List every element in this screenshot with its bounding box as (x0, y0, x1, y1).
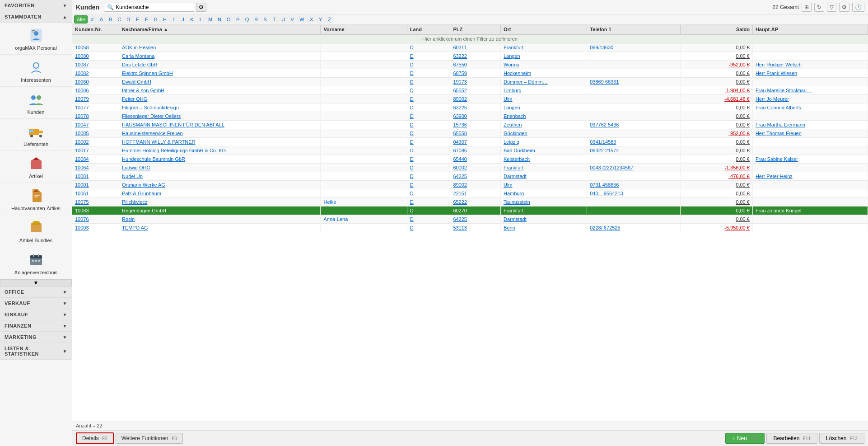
sidebar-section-finanzen[interactable]: FINANZEN ▼ (0, 320, 72, 332)
table-row[interactable]: 10002 HOFFMANN WILLY & PARTNER D 04307 L… (72, 138, 868, 146)
col-header-tel[interactable]: Telefon 1 (587, 25, 681, 34)
customer-name-link[interactable]: Nudel Up (122, 174, 143, 179)
customer-nr-link[interactable]: 10075 (75, 199, 89, 205)
table-row[interactable]: 10076 Rosin Anna-Lena D 64225 Darmstadt … (72, 215, 868, 224)
sidebar-item-lieferanten[interactable]: Lieferanten (0, 119, 72, 151)
alpha-btn-x[interactable]: X (307, 15, 316, 23)
alpha-btn-m[interactable]: M (205, 15, 215, 23)
customer-nr-link[interactable]: 10061 (75, 191, 89, 196)
alpha-btn-e[interactable]: E (133, 15, 142, 23)
col-header-land[interactable]: Land (407, 25, 450, 34)
customer-nr-link[interactable]: 10084 (75, 156, 89, 162)
alpha-btn-v[interactable]: V (288, 15, 297, 23)
customer-nr-link[interactable]: 10060 (75, 79, 89, 85)
alpha-btn-z[interactable]: Z (325, 15, 334, 23)
alpha-btn-n[interactable]: N (215, 15, 224, 23)
alpha-btn-w[interactable]: W (297, 15, 307, 23)
alpha-btn-d[interactable]: D (124, 15, 133, 23)
col-header-saldo[interactable]: Saldo (681, 25, 752, 34)
sidebar-section-listen[interactable]: LISTEN & STATISTIKEN ▼ (0, 343, 72, 360)
customer-name-link[interactable]: Fliesenleger Dieter Oellers (122, 113, 181, 119)
table-row[interactable]: 10084 Hundeschule Baumrain GbR D 65440 K… (72, 155, 868, 164)
table-row[interactable]: 10058 AOK in Hessen D 60311 Frankfurt 06… (72, 43, 868, 52)
alpha-btn-o[interactable]: O (224, 15, 233, 23)
table-row[interactable]: 10003 TEMPO AG D 53113 Bonn 0228/ 672525… (72, 224, 868, 232)
alpha-btn-y[interactable]: Y (316, 15, 325, 23)
table-row[interactable]: 10060 Ewald GmbH D 19073 Dümmer – Dümm… … (72, 78, 868, 86)
customer-name-link[interactable]: Hummer Holding Beteiligungs GmbH & Co. K… (122, 148, 226, 153)
alpha-btn-r[interactable]: R (252, 15, 261, 23)
customer-name-link[interactable]: AOK in Hessen (122, 45, 156, 50)
customer-name-link[interactable]: father & son GmbH (122, 88, 164, 93)
table-row[interactable]: 10082 Elektro Spinnen GmbH D 68759 Hocke… (72, 69, 868, 78)
table-row[interactable]: 10085 Hausmeisterservice Freuen D 65558 … (72, 129, 868, 138)
customer-nr-link[interactable]: 10082 (75, 70, 89, 76)
edit-button[interactable]: Bearbeiten F11 (766, 433, 817, 444)
sidebar-item-orgamax-personal[interactable]: orgaMAX Personal (0, 23, 72, 55)
col-header-vorname[interactable]: Vorname (321, 25, 407, 34)
customer-name-link[interactable]: Elektro Spinnen GmbH (122, 70, 173, 76)
weitere-funktionen-button[interactable]: Weitere Funktionen F3 (116, 433, 183, 444)
customer-name-link[interactable]: HAUSMANN MASCHINEN FÜR DEN ABFALL (122, 122, 224, 127)
customer-nr-link[interactable]: 10058 (75, 45, 89, 50)
sidebar-item-interessenten[interactable]: Interessenten (0, 55, 72, 87)
alpha-btn-b[interactable]: B (106, 15, 115, 23)
table-row[interactable]: 10061 Palz & Grünbaum D 22151 Hamburg 04… (72, 189, 868, 198)
customer-nr-link[interactable]: 10076 (75, 216, 89, 222)
customer-name-link[interactable]: Ludwig OHG (122, 165, 150, 170)
table-row[interactable]: 10047 HAUSMANN MASCHINEN FÜR DEN ABFALL … (72, 121, 868, 129)
refresh-button[interactable]: ↻ (814, 3, 824, 12)
alpha-btn-k[interactable]: K (187, 15, 196, 23)
table-row[interactable]: 10075 Pilichiwiecz Heike D 65222 Taunuss… (72, 198, 868, 207)
settings-button[interactable]: ⚙ (839, 3, 849, 12)
customer-table-container[interactable]: Kunden-Nr. Nachname/Firma ▲ Vorname Land… (72, 25, 868, 421)
customer-nr-link[interactable]: 10017 (75, 148, 89, 153)
customer-nr-link[interactable]: 10002 (75, 139, 89, 145)
table-row[interactable]: 10083 Regenbogen GmbH D 60270 Frankfurt … (72, 207, 868, 215)
customer-name-link[interactable]: HOFFMANN WILLY & PARTNER (122, 139, 195, 145)
sidebar-item-hauptvarianten[interactable]: Hauptvarianten-Artikel (0, 183, 72, 215)
sidebar-item-artikel[interactable]: Artikel (0, 151, 72, 183)
customer-nr-link[interactable]: 10083 (75, 208, 89, 213)
customer-name-link[interactable]: Regenbogen GmbH (122, 208, 166, 213)
customer-nr-link[interactable]: 10078 (75, 113, 89, 119)
customer-nr-link[interactable]: 10086 (75, 88, 89, 93)
details-button[interactable]: Details F2 (76, 432, 114, 444)
customer-nr-link[interactable]: 10064 (75, 165, 89, 170)
col-header-hauptap[interactable]: Haupt-AP (752, 25, 868, 34)
table-row[interactable]: 10079 Feiter OHG D 89002 Ulm -4.681,46 €… (72, 95, 868, 103)
customer-name-link[interactable]: Das Letzte GbR (122, 62, 157, 67)
alpha-btn-c[interactable]: C (115, 15, 124, 23)
customer-name-link[interactable]: Palz & Grünbaum (122, 191, 161, 196)
table-row[interactable]: 10077 Filigran – Schmuckdesign D 63225 L… (72, 103, 868, 112)
sidebar-section-marketing[interactable]: MARKETING ▼ (0, 332, 72, 343)
customer-nr-link[interactable]: 10081 (75, 174, 89, 179)
customer-name-link[interactable]: Pilichiwiecz (122, 199, 147, 205)
alpha-btn-a[interactable]: A (97, 15, 106, 23)
table-row[interactable]: 10001 Ortmann Werke AG D 89002 Ulm 0731 … (72, 181, 868, 189)
grid-view-button[interactable]: ⊞ (802, 3, 812, 12)
col-header-plz[interactable]: PLZ (450, 25, 501, 34)
alpha-btn-f[interactable]: F (142, 15, 151, 23)
customer-name-link[interactable]: Hausmeisterservice Freuen (122, 131, 183, 136)
customer-name-link[interactable]: Filigran – Schmuckdesign (122, 105, 179, 110)
customer-nr-link[interactable]: 10047 (75, 122, 89, 127)
col-header-nr[interactable]: Kunden-Nr. (72, 25, 119, 34)
customer-name-link[interactable]: Hundeschule Baumrain GbR (122, 156, 185, 162)
search-settings-button[interactable]: ⚙ (196, 3, 206, 12)
sidebar-section-einkauf[interactable]: EINKAUF ▼ (0, 309, 72, 320)
sidebar-item-anlagenverzeichnis[interactable]: Anlagenverzeichnis (0, 247, 72, 279)
table-row[interactable]: 10080 Carla Montana D 63222 Langen 0,00 … (72, 52, 868, 61)
alpha-btn-l[interactable]: L (196, 15, 205, 23)
customer-nr-link[interactable]: 10085 (75, 131, 89, 136)
table-row[interactable]: 10078 Fliesenleger Dieter Oellers D 6390… (72, 112, 868, 121)
search-input[interactable] (116, 4, 183, 10)
table-row[interactable]: 10087 Das Letzte GbR D 67550 Worms -952,… (72, 61, 868, 69)
customer-name-link[interactable]: Ewald GmbH (122, 79, 151, 85)
clock-button[interactable]: 🕐 (852, 3, 864, 12)
alpha-btn-alle[interactable]: Alle (74, 15, 88, 23)
customer-name-link[interactable]: TEMPO AG (122, 225, 148, 230)
delete-button[interactable]: Löschen F12 (819, 433, 864, 444)
alpha-btn-#[interactable]: # (88, 15, 97, 23)
sidebar-scroll-down[interactable]: ▼ (0, 279, 72, 286)
